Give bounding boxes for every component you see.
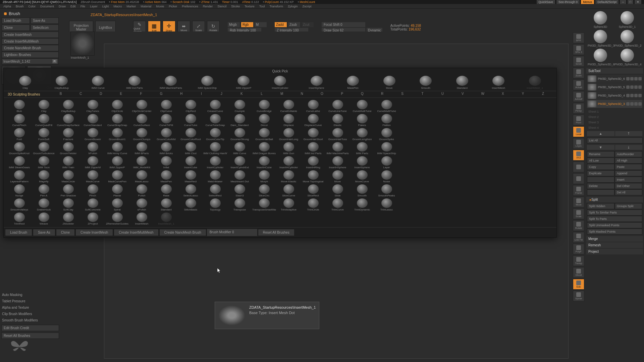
brush-item[interactable]: IMM ZipperM [80, 156, 105, 170]
zadd-button[interactable]: Zadd [275, 22, 287, 27]
brush-item[interactable]: GroomSpike [374, 127, 399, 141]
brush-item[interactable]: SelectLasso [178, 184, 203, 198]
letter-filter[interactable]: W [473, 92, 493, 97]
brush-item[interactable]: Flatten [374, 113, 399, 127]
letter-filter[interactable]: D [91, 92, 111, 97]
project-header[interactable]: Project [586, 249, 643, 254]
letter-filter[interactable]: H [171, 92, 192, 97]
viewport-zoom-button[interactable]: Zoom [573, 68, 584, 78]
brush-item[interactable]: TrimCurve [325, 198, 350, 212]
letter-filter[interactable]: U [433, 92, 453, 97]
menu-movie[interactable]: Movie [156, 5, 164, 8]
duplicate-button[interactable]: Duplicate [587, 170, 614, 176]
groups-split-button[interactable]: Groups Split [615, 203, 642, 209]
viewport-local-button[interactable]: Local [573, 126, 584, 137]
focal-shift-slider[interactable]: Focal Shift 0 [322, 22, 365, 27]
quickpick-brush[interactable]: InsertSphere [298, 75, 335, 90]
quickpick-brush[interactable]: IMM ZipperP [225, 75, 262, 90]
rgb-button[interactable]: Rgb [241, 22, 253, 27]
brush-item[interactable]: ZRemesherGuides [105, 212, 129, 226]
merge-header[interactable]: Merge [586, 236, 643, 242]
menu-material[interactable]: Material [141, 5, 151, 8]
brush-item[interactable]: Magnify [32, 170, 56, 184]
seethrough-slider[interactable]: See-through 0 [556, 0, 580, 4]
autoreorder-button[interactable]: AutoReorder [615, 151, 642, 157]
menu-render[interactable]: Render [203, 5, 213, 8]
popup-load-brush[interactable]: Load Brush [5, 229, 32, 236]
brush-item[interactable]: Inflat [154, 156, 178, 170]
select-icon-button[interactable]: SelectIcon [31, 24, 59, 31]
popup-reset-brushes[interactable]: Reset All Brushes [258, 229, 294, 236]
subtool-item[interactable]: PM3D_Sphere3D_5 [587, 83, 642, 91]
brush-item[interactable]: CurveLineTube [325, 99, 350, 113]
auto-masking-section[interactable]: Auto Masking [0, 292, 60, 298]
viewport-solo-button[interactable]: Solo [573, 279, 584, 290]
tablet-pressure-section[interactable]: Tablet Pressure [0, 298, 60, 304]
brush-item[interactable]: FormSoft [32, 127, 56, 141]
list-all-button[interactable]: List All [587, 137, 643, 143]
brush-item[interactable]: CurveTube [178, 113, 203, 127]
letter-filter[interactable]: J [211, 92, 231, 97]
tool-preset[interactable]: PM3D_Sphere3D_4 [614, 49, 640, 66]
viewport-move-button[interactable]: Move [573, 197, 584, 207]
letter-filter[interactable]: F [131, 92, 151, 97]
brush-name-field[interactable]: InsertMesh_1.142R [2, 58, 59, 64]
viewport-spix-3-button[interactable]: SPix 3 [573, 44, 584, 55]
brush-item[interactable]: Move Topological [301, 170, 325, 184]
viewport-bpr-button[interactable]: BPR [573, 33, 584, 43]
brush-item[interactable]: SoftClay [56, 198, 80, 212]
append-button[interactable]: Append [615, 170, 642, 176]
tool-preset[interactable]: Sphere3D_1 [614, 11, 640, 28]
split-unmasked-points-button[interactable]: Split Unmasked Points [587, 222, 642, 228]
split-to-similar-parts-button[interactable]: Split To Similar Parts [587, 209, 642, 216]
menu-transform[interactable]: Transform [269, 5, 283, 8]
brush-item[interactable]: hPolish [80, 141, 105, 156]
brush-item[interactable]: Elastic [325, 113, 350, 127]
edit-curve-button[interactable]: Edit Brush Credit [1, 325, 59, 331]
quickpick-brush[interactable]: InsertMesh_1 [517, 75, 553, 90]
brush-item[interactable]: GroomHairBall [252, 127, 276, 141]
del-other-button[interactable]: Del Other [615, 183, 642, 189]
brush-item[interactable]: CurveMultiTube [350, 99, 374, 113]
del-all-button[interactable]: Del All [615, 189, 642, 195]
brush-item[interactable]: Slash3 [227, 184, 252, 198]
brush-item[interactable]: GroomLengthen [350, 127, 374, 141]
zcut-button[interactable]: Zcut [302, 22, 314, 27]
viewport-persp-button[interactable]: Persp [573, 103, 584, 114]
brush-item[interactable]: Polish [129, 184, 154, 198]
quickpick-brush[interactable]: ClayBuildup [44, 75, 80, 90]
brush-item[interactable]: LayeredPattern [7, 170, 32, 184]
subtool-item[interactable]: PM3D_Sphere3D_6 [587, 75, 642, 83]
window-min-icon[interactable]: ─ [620, 0, 626, 4]
viewport-actual-button[interactable]: Actual [573, 79, 584, 90]
brush-item[interactable]: IMM Clod [178, 141, 203, 156]
move-bottom-icon[interactable]: ⤓ [615, 145, 643, 150]
tool-preset[interactable]: PM3D_Sphere3D_3 [588, 30, 613, 47]
letter-filter[interactable]: I [191, 92, 211, 97]
brush-item[interactable]: TrimDynamic [350, 198, 374, 212]
brush-item[interactable]: SelectRect [203, 184, 227, 198]
brush-item[interactable]: CurveStrapSnap [105, 113, 129, 127]
letter-filter[interactable]: O [312, 92, 332, 97]
split-to-parts-button[interactable]: Split To Parts [587, 216, 642, 222]
viewport-frame-button[interactable]: Frame [573, 185, 584, 196]
brush-item[interactable]: Fold [7, 127, 32, 141]
viewport-floor-button[interactable]: Floor [573, 115, 584, 125]
brush-item[interactable]: Decol [252, 113, 276, 127]
brush-item[interactable]: GroomHairToss [325, 127, 350, 141]
brush-item[interactable]: IMM Bricks [154, 141, 178, 156]
brush-item[interactable]: TrimLasso [374, 198, 399, 212]
brush-item[interactable]: IMM Parts [350, 141, 374, 156]
brush-item[interactable]: TrimCircle [301, 198, 325, 212]
save-as-button[interactable]: Save As [31, 17, 59, 24]
tool-preset[interactable]: PM3D_Sphere3D_2 [614, 30, 640, 47]
brush-item[interactable]: MatchMaker [203, 170, 227, 184]
paste-button[interactable]: Paste [615, 164, 642, 170]
brush-item[interactable]: CurveLathe [301, 99, 325, 113]
menu-color[interactable]: Color [29, 5, 36, 8]
viewport-scale-button[interactable]: Scale [573, 208, 584, 219]
letter-filter[interactable]: N [292, 92, 312, 97]
brush-item[interactable]: GroomColorTip [203, 127, 227, 141]
brush-item[interactable]: IMM Toon [32, 156, 56, 170]
menu-tool[interactable]: Tool [259, 5, 265, 8]
